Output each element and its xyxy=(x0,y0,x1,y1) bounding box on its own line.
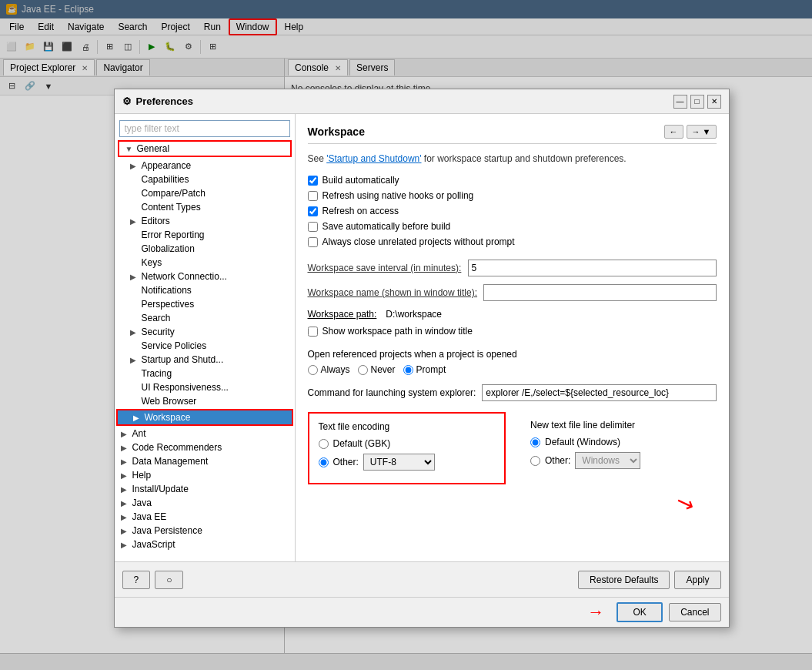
question-btn[interactable]: ○ xyxy=(155,571,183,589)
nav-tree: ▼ General ▶ Appearance ▶ Capabilities ▶ … xyxy=(115,114,296,561)
dialog-title: ⚙ Preferences xyxy=(122,95,193,107)
tree-network-connections[interactable]: ▶ Network Connectio... xyxy=(115,270,295,283)
radio-prompt[interactable] xyxy=(403,365,413,375)
tree-notifications[interactable]: ▶ Notifications xyxy=(115,283,295,297)
content-types-label: Content Types xyxy=(142,202,201,213)
forward-btn[interactable]: → ▼ xyxy=(687,125,717,139)
refresh-native-label: Refresh using native hooks or polling xyxy=(322,190,474,201)
ok-btn[interactable]: OK xyxy=(617,602,663,622)
dialog-close[interactable]: ✕ xyxy=(707,95,721,109)
java-ee-arrow: ▶ xyxy=(121,513,130,521)
tree-capabilities[interactable]: ▶ Capabilities xyxy=(115,173,295,186)
compare-patch-label: Compare/Patch xyxy=(142,188,206,199)
help-btn[interactable]: ? xyxy=(122,571,151,589)
editors-label: Editors xyxy=(142,216,170,226)
tree-error-reporting[interactable]: ▶ Error Reporting xyxy=(115,228,295,242)
encoding-default-radio[interactable] xyxy=(319,439,329,449)
delimiter-default-label: Default (Windows) xyxy=(545,437,620,447)
tree-perspectives[interactable]: ▶ Perspectives xyxy=(115,297,295,311)
encoding-select[interactable]: UTF-8 UTF-16 ISO-8859-1 GBK xyxy=(363,454,435,471)
delimiter-default-row: Default (Windows) xyxy=(530,437,707,447)
open-projects-label: Open referenced projects when a project … xyxy=(308,349,717,360)
ui-responsiveness-label: UI Responsiveness... xyxy=(142,382,229,393)
tree-code-recommenders[interactable]: ▶ Code Recommenders xyxy=(115,441,295,454)
help-arrow: ▶ xyxy=(121,471,130,480)
back-btn[interactable]: ← xyxy=(664,125,683,139)
appearance-arrow: ▶ xyxy=(130,162,139,170)
tree-tracing[interactable]: ▶ Tracing xyxy=(115,367,295,380)
text-file-encoding-box: Text file encoding Default (GBK) Other: … xyxy=(308,412,506,484)
tree-service-policies[interactable]: ▶ Service Policies xyxy=(115,339,295,353)
delimiter-other-label: Other: xyxy=(545,455,570,466)
tree-ui-responsiveness[interactable]: ▶ UI Responsiveness... xyxy=(115,380,295,394)
tree-content-types[interactable]: ▶ Content Types xyxy=(115,200,295,214)
tree-java-ee[interactable]: ▶ Java EE xyxy=(115,510,295,524)
startup-link[interactable]: 'Startup and Shutdown' xyxy=(326,153,421,164)
web-browser-label: Web Browser xyxy=(142,396,197,407)
restore-defaults-btn[interactable]: Restore Defaults xyxy=(578,571,670,589)
tree-startup-shutdown[interactable]: ▶ Startup and Shutd... xyxy=(115,353,295,367)
tree-security[interactable]: ▶ Security xyxy=(115,325,295,339)
startup-label: Startup and Shutd... xyxy=(142,354,224,365)
radio-never[interactable] xyxy=(358,365,368,375)
tree-help[interactable]: ▶ Help xyxy=(115,468,295,482)
tree-java[interactable]: ▶ Java xyxy=(115,496,295,510)
radio-always[interactable] xyxy=(308,365,318,375)
command-input[interactable] xyxy=(482,384,716,401)
delimiter-title: New text file line delimiter xyxy=(530,420,707,430)
tree-compare-patch[interactable]: ▶ Compare/Patch xyxy=(115,186,295,200)
arrow-ok-icon: → xyxy=(587,602,604,622)
tree-install-update[interactable]: ▶ Install/Update xyxy=(115,482,295,496)
workspace-name-row: Workspace name (shown in window title): xyxy=(308,284,717,301)
encoding-default-label: Default (GBK) xyxy=(333,438,391,449)
tree-appearance[interactable]: ▶ Appearance xyxy=(115,159,295,173)
tree-data-management[interactable]: ▶ Data Management xyxy=(115,454,295,468)
refresh-native-checkbox[interactable] xyxy=(308,191,318,201)
tree-java-persistence[interactable]: ▶ Java Persistence xyxy=(115,524,295,538)
apply-btn[interactable]: Apply xyxy=(674,571,720,589)
workspace-path-row: Workspace path: D:\workspace xyxy=(308,309,717,320)
show-path-checkbox[interactable] xyxy=(308,327,318,337)
error-reporting-label: Error Reporting xyxy=(142,229,205,240)
save-interval-input[interactable] xyxy=(468,260,717,276)
delimiter-other-radio[interactable] xyxy=(530,456,540,466)
close-unrelated-row: Always close unrelated projects without … xyxy=(308,236,717,247)
dialog-body: ▼ General ▶ Appearance ▶ Capabilities ▶ … xyxy=(115,114,729,561)
radio-prompt-label: Prompt xyxy=(403,364,446,375)
java-ee-label: Java EE xyxy=(132,511,167,522)
startup-arrow: ▶ xyxy=(130,356,139,364)
tree-globalization[interactable]: ▶ Globalization xyxy=(115,242,295,256)
radio-always-label: Always xyxy=(308,364,350,375)
tree-search[interactable]: ▶ Search xyxy=(115,311,295,325)
tree-editors[interactable]: ▶ Editors xyxy=(115,214,295,228)
delimiter-default-radio[interactable] xyxy=(530,437,540,447)
workspace-name-input[interactable] xyxy=(483,284,716,301)
encoding-other-label: Other: xyxy=(333,457,359,467)
general-arrow: ▼ xyxy=(125,145,135,153)
workspace-path-value: D:\workspace xyxy=(386,309,442,320)
help-label: Help xyxy=(132,470,152,481)
tree-web-browser[interactable]: ▶ Web Browser xyxy=(115,394,295,408)
tree-general[interactable]: ▼ General xyxy=(118,140,292,157)
network-label: Network Connectio... xyxy=(142,271,227,282)
tree-keys[interactable]: ▶ Keys xyxy=(115,256,295,270)
arrow-apply-icon: ↘ xyxy=(672,488,697,518)
tree-workspace[interactable]: ▶ Workspace xyxy=(116,409,293,426)
build-auto-checkbox[interactable] xyxy=(308,176,318,186)
dialog-maximize[interactable]: □ xyxy=(690,95,704,109)
preferences-dialog: ⚙ Preferences — □ ✕ ▼ xyxy=(114,89,730,628)
save-auto-checkbox[interactable] xyxy=(308,222,318,232)
refresh-access-checkbox[interactable] xyxy=(308,206,318,216)
ant-arrow: ▶ xyxy=(121,430,130,438)
dialog-minimize[interactable]: — xyxy=(673,95,687,109)
close-unrelated-checkbox[interactable] xyxy=(308,237,318,247)
cancel-btn[interactable]: Cancel xyxy=(669,603,720,621)
search-box xyxy=(119,120,290,137)
general-label: General xyxy=(137,143,170,154)
tree-ant[interactable]: ▶ Ant xyxy=(115,427,295,441)
encoding-other-radio[interactable] xyxy=(319,457,329,467)
filter-input[interactable] xyxy=(119,120,290,137)
tree-javascript[interactable]: ▶ JavaScript xyxy=(115,538,295,551)
delimiter-select[interactable]: Windows Unix Mac OS X xyxy=(575,452,640,469)
prefs-icon: ⚙ xyxy=(122,95,132,107)
